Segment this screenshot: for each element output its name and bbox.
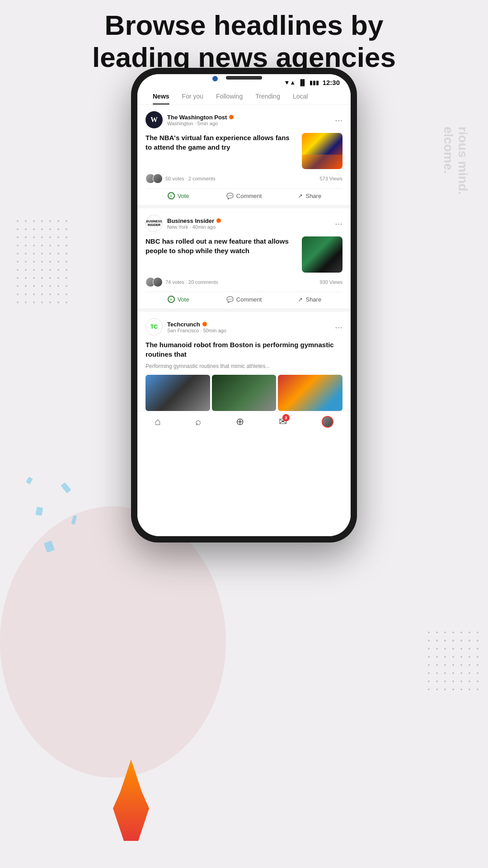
article-header-1: W The Washington Post Washington · 5min … <box>145 111 343 128</box>
bi-logo: BUSINESSINSIDER <box>145 215 163 232</box>
nav-profile[interactable] <box>322 416 333 428</box>
rss-icon-2 <box>216 218 221 223</box>
status-time: 12:30 <box>323 79 340 86</box>
bg-dots-left <box>14 217 68 307</box>
article-subtitle-3: Performing gymnastic routines that mimic… <box>145 363 343 370</box>
article-title-3: The humanoid robot from Boston is perfor… <box>145 340 343 359</box>
vote-circle-icon: + <box>168 192 175 199</box>
rss-icon-1 <box>229 115 234 119</box>
source-name-1: The Washington Post <box>167 114 234 121</box>
comment-button-1[interactable]: 💬 Comment <box>211 193 277 199</box>
share-icon-2: ↗ <box>298 296 303 303</box>
article-header-3: TC Techcrunch San Francisco · 50min ago <box>145 318 343 335</box>
vote-button-1[interactable]: + Vote <box>145 192 211 199</box>
article-thumbnail-2 <box>302 236 343 273</box>
stats-text-2: 74 votes · 20 comments <box>165 279 218 285</box>
phone-mockup: ▼▲ ▐▌ ▮▮▮ 12:30 News For you Following T… <box>131 68 357 542</box>
source-meta-1: Washington · 5min ago <box>167 121 234 126</box>
more-button-2[interactable]: ··· <box>335 218 343 229</box>
battery-icon: ▮▮▮ <box>310 79 319 86</box>
nav-home[interactable]: ⌂ <box>155 416 160 428</box>
add-icon: ⊕ <box>236 416 244 428</box>
status-icons: ▼▲ ▐▌ ▮▮▮ <box>284 79 319 86</box>
grid-image-3 <box>278 375 343 411</box>
image-grid-3 <box>145 375 343 411</box>
source-name-row-1: The Washington Post Washington · 5min ag… <box>167 114 234 126</box>
article-card-3: TC Techcrunch San Francisco · 50min ago <box>137 312 351 411</box>
grid-image-2 <box>212 375 277 411</box>
article-card-1: W The Washington Post Washington · 5min … <box>137 105 351 208</box>
tab-local[interactable]: Local <box>286 88 314 104</box>
tab-following[interactable]: Following <box>210 88 249 104</box>
content-area: W The Washington Post Washington · 5min … <box>137 105 351 536</box>
avatar-stack-2 <box>145 277 163 287</box>
grid-image-1 <box>145 375 210 411</box>
more-button-3[interactable]: ··· <box>335 322 343 332</box>
stats-text-1: 50 votes · 2 comments <box>165 176 216 181</box>
nav-add[interactable]: ⊕ <box>236 416 244 428</box>
vote-circle-icon-2: + <box>168 296 175 303</box>
source-info-2: BUSINESSINSIDER Business Insider New Yor… <box>145 215 221 232</box>
nbc-image <box>302 236 343 273</box>
nav-mail[interactable]: ✉ 3 <box>279 416 287 428</box>
bottom-navigation: ⌂ ⌕ ⊕ ✉ 3 <box>137 411 351 434</box>
article-body-1: The NBA's virtual fan experience allows … <box>145 133 343 169</box>
article-title-2: NBC has rolled out a new feature that al… <box>145 236 296 273</box>
comment-button-2[interactable]: 💬 Comment <box>211 296 277 303</box>
source-name-row-2: Business Insider New York · 40min ago <box>167 217 221 230</box>
search-icon: ⌕ <box>195 416 201 428</box>
avatar-2 <box>153 174 163 184</box>
article-stats-1: 50 votes · 2 comments 573 Views <box>145 174 343 184</box>
vote-button-2[interactable]: + Vote <box>145 296 211 303</box>
phone-camera <box>212 76 218 81</box>
article-stats-2: 74 votes · 20 comments 930 Views <box>145 277 343 287</box>
action-bar-2: + Vote 💬 Comment ↗ Share <box>145 292 343 308</box>
article-thumbnail-1 <box>302 133 343 169</box>
share-button-1[interactable]: ↗ Share <box>277 193 343 199</box>
views-text-1: 573 Views <box>319 176 343 181</box>
tab-for-you[interactable]: For you <box>176 88 210 104</box>
votes-comments-1: 50 votes · 2 comments <box>145 174 216 184</box>
rss-icon-3 <box>202 322 207 326</box>
signal-bars-icon: ▐▌ <box>298 79 306 86</box>
views-text-2: 930 Views <box>319 279 343 285</box>
phone-speaker <box>226 76 262 80</box>
share-icon: ↗ <box>298 193 303 199</box>
votes-comments-2: 74 votes · 20 comments <box>145 277 218 287</box>
source-meta-2: New York · 40min ago <box>167 224 221 230</box>
wp-logo: W <box>145 111 163 128</box>
comment-icon: 💬 <box>226 193 234 199</box>
avatar-stack-1 <box>145 174 163 184</box>
comment-icon-2: 💬 <box>226 296 234 303</box>
page-headline: Browse headlines by leading news agencie… <box>0 9 488 74</box>
phone-screen: ▼▲ ▐▌ ▮▮▮ 12:30 News For you Following T… <box>137 74 351 536</box>
confetti <box>61 482 71 494</box>
bg-dots-right <box>425 628 479 696</box>
tab-trending[interactable]: Trending <box>249 88 286 104</box>
article-body-2: NBC has rolled out a new feature that al… <box>145 236 343 273</box>
nav-search[interactable]: ⌕ <box>195 416 201 428</box>
profile-avatar <box>322 416 333 428</box>
tc-logo: TC <box>145 318 163 335</box>
avatar-4 <box>153 277 163 287</box>
confetti <box>36 507 43 516</box>
article-card-2: BUSINESSINSIDER Business Insider New Yor… <box>137 208 351 312</box>
share-button-2[interactable]: ↗ Share <box>277 296 343 303</box>
article-header-2: BUSINESSINSIDER Business Insider New Yor… <box>145 215 343 232</box>
wifi-icon: ▼▲ <box>284 79 296 86</box>
mail-badge: 3 <box>282 414 290 421</box>
nba-image <box>302 133 343 169</box>
source-info-1: W The Washington Post Washington · 5min … <box>145 111 234 128</box>
bg-pink-shape <box>0 506 226 778</box>
action-bar-1: + Vote 💬 Comment ↗ Share <box>145 188 343 205</box>
more-button-1[interactable]: ··· <box>335 115 343 125</box>
source-name-3: Techcrunch <box>167 321 226 328</box>
source-name-2: Business Insider <box>167 217 221 224</box>
nav-tabs: News For you Following Trending Local <box>137 88 351 105</box>
source-meta-3: San Francisco · 50min ago <box>167 328 226 333</box>
source-name-row-3: Techcrunch San Francisco · 50min ago <box>167 321 226 333</box>
home-icon: ⌂ <box>155 416 160 428</box>
source-info-3: TC Techcrunch San Francisco · 50min ago <box>145 318 226 335</box>
confetti <box>26 476 33 484</box>
tab-news[interactable]: News <box>146 88 176 104</box>
